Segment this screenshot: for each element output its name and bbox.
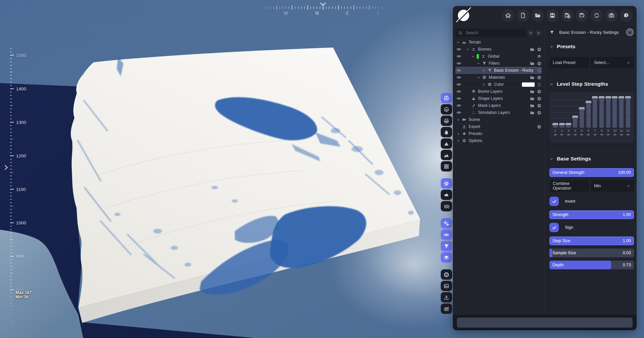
chevron-down-icon[interactable] <box>456 40 461 45</box>
visibility-eye-icon[interactable] <box>456 47 462 52</box>
visibility-eye-icon[interactable] <box>456 82 462 87</box>
sign-checkbox[interactable] <box>549 223 559 232</box>
search-input[interactable] <box>465 30 524 36</box>
folder-icon[interactable] <box>530 103 535 108</box>
visibility-eye-icon[interactable] <box>456 110 462 115</box>
folder-icon[interactable] <box>530 96 535 101</box>
level-eye-icon[interactable] <box>625 133 631 137</box>
record-button[interactable] <box>441 269 452 280</box>
grid-button[interactable] <box>441 161 452 172</box>
folder-icon[interactable] <box>530 47 535 52</box>
level-bar-9[interactable] <box>605 96 611 128</box>
invert-checkbox[interactable] <box>549 197 559 206</box>
chevron-down-icon[interactable] <box>476 75 481 80</box>
level-eye-icon[interactable] <box>592 133 598 137</box>
level-bar-5[interactable] <box>579 107 585 128</box>
visibility-eye-icon[interactable] <box>456 61 462 66</box>
plus-icon[interactable] <box>537 89 542 94</box>
chevron-down-icon[interactable] <box>466 47 470 52</box>
globe-mountain-solid-button[interactable] <box>441 104 452 115</box>
expand-all-button[interactable] <box>535 30 542 36</box>
plus-icon[interactable] <box>537 110 542 115</box>
folder-icon[interactable] <box>530 61 535 66</box>
base-section-header[interactable]: Base Settings <box>549 156 634 161</box>
tree-row-biomes[interactable]: Biomes <box>455 46 542 53</box>
plus-icon[interactable] <box>537 75 542 80</box>
plus-icon[interactable] <box>537 103 542 108</box>
tree-row-biome-layers[interactable]: Biome Layers <box>455 88 542 95</box>
tree-row-global[interactable]: Global <box>455 53 542 60</box>
general-strength-slider[interactable]: General Strength 100.00 <box>549 168 634 177</box>
tree-row-materials[interactable]: Materials <box>455 74 542 81</box>
tree-row-presets[interactable]: Presets <box>455 130 542 137</box>
globe-mountain-outline-button[interactable] <box>441 116 452 126</box>
tree-row-mask-layers[interactable]: Mask Layers <box>455 102 542 109</box>
tree-row-basic-erosion-rocky[interactable]: Basic Erosion - Rocky <box>455 67 542 74</box>
level-bar-8[interactable] <box>598 96 605 128</box>
sync-icon[interactable] <box>537 82 542 87</box>
gear-button[interactable] <box>441 178 452 189</box>
plus-icon[interactable] <box>537 47 542 52</box>
folder-icon[interactable] <box>530 75 535 80</box>
level-eye-icon[interactable] <box>579 133 585 137</box>
chevron-right-icon[interactable] <box>456 118 461 122</box>
level-bar-6[interactable] <box>585 101 592 128</box>
home-button[interactable] <box>502 9 515 22</box>
level-eye-icon[interactable] <box>598 133 605 137</box>
visibility-eye-icon[interactable] <box>456 103 462 108</box>
visibility-eye-icon[interactable] <box>456 54 462 59</box>
level-eye-icon[interactable] <box>559 133 565 137</box>
tree-row-shape-layers[interactable]: Shape Layers <box>455 95 542 102</box>
rocks-button[interactable] <box>441 150 452 160</box>
visibility-eye-icon[interactable] <box>456 96 462 101</box>
level-bar-3[interactable] <box>565 123 572 128</box>
left-panel-expander[interactable] <box>3 163 9 172</box>
mountain-button[interactable] <box>441 138 452 149</box>
camera-button[interactable] <box>605 9 618 22</box>
level-bar-7[interactable] <box>592 96 598 128</box>
open-folder-button[interactable] <box>531 9 544 22</box>
level-eye-icon[interactable] <box>611 133 618 137</box>
load-preset-dropdown[interactable]: Select... <box>591 57 634 68</box>
enable-toggle-button[interactable] <box>626 28 634 36</box>
chevron-down-icon[interactable] <box>471 54 475 59</box>
color-swatch[interactable] <box>522 82 535 87</box>
save-edit-button[interactable] <box>576 9 588 22</box>
cloud-button[interactable] <box>441 190 452 200</box>
collapse-all-button[interactable] <box>528 30 534 36</box>
help-button[interactable]: ? <box>620 9 633 22</box>
folder-icon[interactable] <box>530 110 535 115</box>
sync-icon[interactable] <box>537 68 542 73</box>
level-bar-10[interactable] <box>611 96 618 128</box>
view-orbit-button[interactable] <box>441 93 452 103</box>
save-button[interactable] <box>546 9 559 22</box>
download-button[interactable] <box>441 292 452 302</box>
stats-button[interactable] <box>441 303 452 314</box>
sample-size-slider[interactable]: Sample Size 0.03 <box>549 249 634 257</box>
level-bar-12[interactable] <box>625 96 631 128</box>
sync-button[interactable] <box>590 9 603 22</box>
waves-button[interactable] <box>441 201 452 211</box>
image-button[interactable] <box>441 281 452 291</box>
plus-icon[interactable] <box>537 124 542 129</box>
chevron-right-icon[interactable] <box>456 132 461 136</box>
level-section-header[interactable]: Level Step Strengths <box>549 81 634 87</box>
level-bar-11[interactable] <box>618 96 625 128</box>
level-eye-icon[interactable] <box>572 133 578 137</box>
droplet-button[interactable] <box>441 127 452 137</box>
chevron-right-icon[interactable] <box>456 139 461 143</box>
tree-row-options[interactable]: Options <box>455 137 542 144</box>
funnel-button[interactable] <box>441 241 452 251</box>
depth-slider[interactable]: Depth 0.73 <box>549 261 634 269</box>
eye-button[interactable] <box>441 229 452 240</box>
tree-row-simulation-layers[interactable]: Simulation Layers <box>455 109 542 116</box>
plus-icon[interactable] <box>537 96 542 101</box>
chevron-right-icon[interactable] <box>482 68 486 73</box>
layers-button[interactable] <box>441 252 452 263</box>
presets-section-header[interactable]: Presets <box>549 44 634 49</box>
level-eye-icon[interactable] <box>552 133 558 137</box>
level-eye-icon[interactable] <box>565 133 572 137</box>
dropdown[interactable]: Min <box>591 180 634 192</box>
visibility-eye-icon[interactable] <box>456 75 462 80</box>
strength-slider[interactable]: Strength 1.00 <box>549 210 634 219</box>
